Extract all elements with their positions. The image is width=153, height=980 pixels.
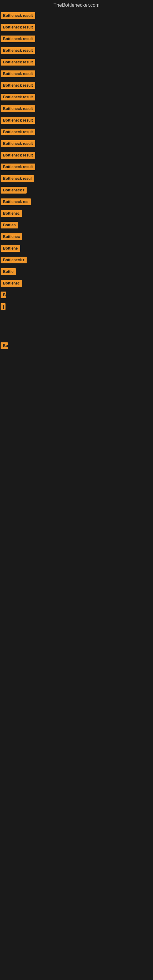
bottleneck-badge[interactable]: Bottleneck resul — [1, 175, 34, 182]
bottleneck-badge[interactable]: Bottleneck result — [1, 47, 35, 54]
bottleneck-badge[interactable]: Bottlenec — [1, 210, 22, 217]
bottleneck-badge[interactable]: Bottleneck result — [1, 140, 35, 147]
bottleneck-badge[interactable]: Bottleneck result — [1, 105, 35, 112]
bottleneck-badge[interactable]: Bottleneck result — [1, 152, 35, 159]
list-item-empty — [1, 380, 153, 389]
bottleneck-badge[interactable]: Bottleneck result — [1, 35, 35, 42]
list-item: Bottleneck result — [1, 22, 153, 34]
list-item: Bottlenec — [1, 232, 153, 243]
list-item: Bottleneck result — [1, 162, 153, 173]
list-item: Bottleneck result — [1, 10, 153, 22]
bottleneck-badge[interactable]: Bo — [1, 342, 8, 349]
bottleneck-badge[interactable]: Bottlenec — [1, 233, 22, 240]
list-item: Bottleneck r — [1, 255, 153, 266]
bottleneck-badge[interactable]: | — [1, 303, 5, 310]
list-item-empty — [1, 322, 153, 331]
list-item: Bottleneck res — [1, 197, 153, 208]
bottleneck-badge[interactable]: Bottleneck r — [1, 187, 27, 194]
site-header: TheBottlenecker.com — [0, 0, 153, 9]
list-item: Bottleneck result — [1, 57, 153, 68]
list-item: Bottleneck result — [1, 34, 153, 45]
list-item-empty — [1, 331, 153, 340]
list-item: Bottleneck result — [1, 45, 153, 57]
list-item: Bottlenec — [1, 208, 153, 220]
list-item-empty — [1, 361, 153, 371]
bottleneck-badge[interactable]: Bottleneck result — [1, 24, 35, 30]
list-item: Bottleneck result — [1, 80, 153, 92]
bottleneck-badge[interactable]: Bottleneck res — [1, 199, 31, 205]
list-item: Bottlen — [1, 220, 153, 232]
list-item-empty — [1, 313, 153, 322]
list-item: Bottleneck result — [1, 68, 153, 80]
bottleneck-badge[interactable]: Bottleneck r — [1, 257, 27, 263]
bottleneck-badge[interactable]: Bottlen — [1, 222, 18, 229]
list-item: Bottleneck result — [1, 115, 153, 127]
bottleneck-badge[interactable]: Bottleneck result — [1, 164, 35, 170]
list-item: Bottleneck result — [1, 92, 153, 103]
bottleneck-badge[interactable]: Bottle — [1, 268, 16, 275]
bottleneck-badge[interactable]: Bottlene — [1, 245, 20, 252]
list-item-empty — [1, 371, 153, 380]
items-container: Bottleneck resultBottleneck resultBottle… — [0, 9, 153, 389]
list-item: | — [1, 301, 153, 313]
bottleneck-badge[interactable]: Bottleneck result — [1, 129, 35, 135]
bottleneck-badge[interactable]: Bottleneck result — [1, 70, 35, 77]
list-item-empty — [1, 352, 153, 361]
site-title: TheBottlenecker.com — [0, 0, 153, 9]
list-item: Bottleneck resul — [1, 173, 153, 185]
bottleneck-badge[interactable]: Bottleneck result — [1, 82, 35, 89]
list-item: Bottle — [1, 266, 153, 278]
list-item: Bottleneck result — [1, 127, 153, 138]
list-item: Bottleneck r — [1, 185, 153, 197]
list-item: Bottleneck result — [1, 103, 153, 115]
bottleneck-badge[interactable]: Bottleneck result — [1, 117, 35, 124]
list-item: Bottleneck result — [1, 150, 153, 162]
list-item: Bottleneck result — [1, 138, 153, 150]
list-item: Bottlene — [1, 243, 153, 255]
bottleneck-badge[interactable]: Bottleneck result — [1, 59, 35, 65]
bottleneck-badge[interactable]: B — [1, 291, 6, 298]
list-item: Bo — [1, 340, 153, 352]
list-item: B — [1, 290, 153, 301]
bottleneck-badge[interactable]: Bottleneck result — [1, 12, 35, 19]
list-item: Bottlenec — [1, 278, 153, 290]
bottleneck-badge[interactable]: Bottleneck result — [1, 94, 35, 100]
bottleneck-badge[interactable]: Bottlenec — [1, 280, 22, 286]
